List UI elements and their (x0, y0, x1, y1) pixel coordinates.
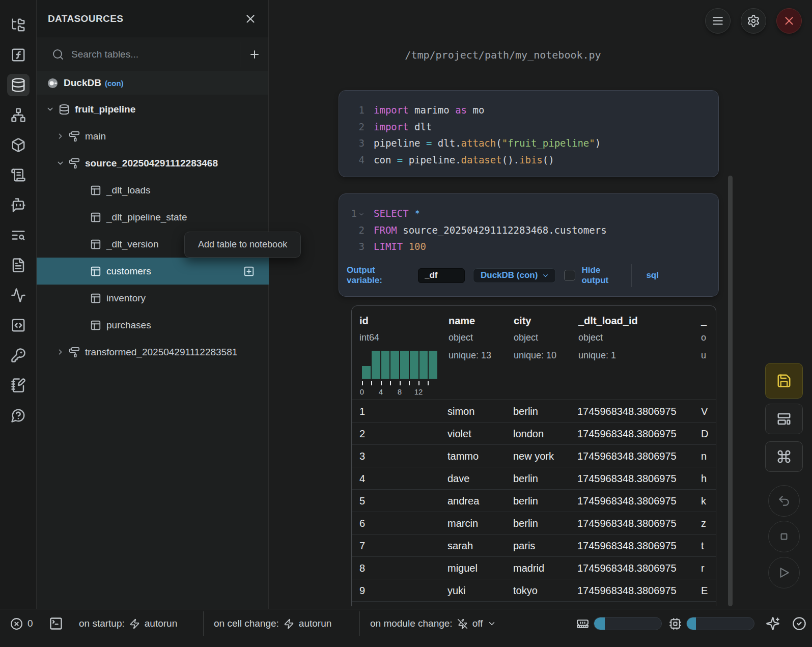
settings-button[interactable] (741, 8, 766, 34)
hamburger-icon (711, 14, 724, 27)
table-row: 6marcinberlin1745968348.3806975z (352, 512, 716, 535)
connection-status-button[interactable] (792, 612, 806, 635)
table-search-row (37, 38, 268, 71)
tree-item-customers[interactable]: customers (37, 258, 269, 285)
tooltip-add-table: Add table to notebook (184, 232, 301, 258)
search-input[interactable] (71, 49, 240, 60)
table-row: 5andreaberlin1745968348.3806975k (352, 490, 716, 512)
rail-file-text-button[interactable] (7, 254, 30, 276)
rail-scroll-text-button[interactable] (7, 164, 30, 186)
stop-icon (777, 530, 791, 543)
tree-item-_dlt_pipeline_state[interactable]: _dlt_pipeline_state (37, 204, 269, 231)
tree-item-fruit_pipeline[interactable]: fruit_pipeline (37, 96, 269, 123)
rail-help-bubble-button[interactable] (7, 404, 30, 427)
notebook-pen-icon (11, 378, 26, 393)
ai-assist-button[interactable] (766, 612, 780, 635)
key-icon (11, 348, 26, 363)
rail-database-button[interactable] (7, 74, 30, 96)
command-palette-button[interactable] (765, 441, 803, 472)
add-datasource-button[interactable] (240, 38, 268, 71)
memory-icon (576, 617, 589, 630)
code-cell-python[interactable]: 1import marimo as mo2import dlt3pipeline… (339, 90, 719, 177)
memory-indicator (576, 612, 589, 635)
on-cell-change-setting[interactable]: on cell change: autorun (214, 612, 331, 635)
panels-icon (776, 411, 792, 427)
datasources-panel: DATASOURCES DuckDB (con) fruit_pipelinem… (37, 0, 269, 609)
rail-key-button[interactable] (7, 344, 30, 367)
engine-value: DuckDB (con) (481, 270, 538, 280)
tree-item-inventory[interactable]: inventory (37, 285, 269, 312)
panel-title: DATASOURCES (48, 13, 123, 24)
tree-item-_dlt_loads[interactable]: _dlt_loads (37, 177, 269, 204)
errors-count: 0 (27, 618, 33, 629)
table-row: 8miguelmadrid1745968348.3806975r (352, 557, 716, 579)
chevron-down-icon (487, 619, 496, 628)
table-icon (90, 212, 101, 223)
rail-notebook-pen-button[interactable] (7, 374, 30, 397)
rail-square-function-button[interactable] (7, 44, 30, 66)
engine-dropdown[interactable]: DuckDB (con) (473, 268, 556, 283)
on-startup-setting[interactable]: on startup: autorun (79, 612, 177, 635)
save-button[interactable] (765, 363, 803, 399)
dataframe-preview: idint64nameobjectunique: 13cityobjectuni… (351, 305, 716, 606)
connection-duckdb[interactable]: DuckDB (con) (37, 71, 268, 95)
id-histogram: 04812 (362, 351, 437, 396)
language-toggle-sql[interactable]: sql (646, 270, 659, 280)
rail-bot-message-button[interactable] (7, 194, 30, 216)
duckdb-logo-icon (47, 77, 59, 89)
shutdown-button[interactable] (776, 8, 802, 34)
status-bar: 0 on startup: autorun on cell change: au… (0, 609, 812, 647)
errors-indicator[interactable]: 0 (10, 612, 33, 635)
add-table-button[interactable] (243, 266, 255, 277)
menu-button[interactable] (705, 8, 731, 34)
vertical-scrollbar[interactable] (728, 176, 733, 606)
tree-item-main[interactable]: main (37, 123, 269, 150)
search-icon (52, 48, 64, 61)
tree-item-purchases[interactable]: purchases (37, 312, 269, 339)
zap-icon (284, 618, 294, 629)
rail-network-button[interactable] (7, 104, 30, 126)
undo-button[interactable] (768, 485, 800, 517)
rail-text-search-button[interactable] (7, 224, 30, 246)
rail-box-button[interactable] (7, 134, 30, 156)
table-row: 4daveberlin1745968348.3806975h (352, 467, 716, 490)
rail-activity-button[interactable] (7, 284, 30, 306)
close-panel-icon[interactable] (244, 12, 257, 25)
memory-meter-fill (594, 617, 605, 630)
text-search-icon (11, 228, 26, 243)
gear-icon (747, 14, 760, 27)
table-row: 1simonberlin1745968348.3806975V (352, 400, 716, 423)
on-cell-change-value: autorun (299, 618, 331, 629)
code-cell-sql[interactable]: 1SELECT *2FROM source_202504291112283468… (339, 193, 719, 297)
command-icon (776, 449, 792, 464)
help-bubble-icon (11, 408, 26, 423)
terminal-button[interactable] (49, 612, 63, 635)
on-module-change-label: on module change: (370, 618, 453, 629)
on-module-change-value: off (472, 618, 483, 629)
panels-button[interactable] (765, 404, 803, 434)
hide-output-label: Hide output (581, 265, 617, 286)
connection-variable: (con) (105, 79, 124, 88)
network-icon (11, 107, 26, 123)
play-icon (777, 566, 791, 579)
tree-item-transformed_202504291112283581[interactable]: transformed_202504291112283581 (37, 339, 269, 365)
rail-square-code-button[interactable] (7, 314, 30, 336)
output-variable-label: Output variable: (347, 265, 395, 286)
table-row: 3tammonew york1745968348.3806975n (352, 445, 716, 467)
connection-name: DuckDB (64, 77, 101, 89)
bot-message-icon (11, 198, 26, 213)
run-button[interactable] (768, 557, 800, 588)
tree-item-source_202504291112283468[interactable]: source_202504291112283468 (37, 150, 269, 177)
stop-button[interactable] (768, 521, 800, 552)
circle-x-icon (10, 617, 23, 630)
memory-meter (594, 617, 662, 630)
chevron-right-icon (56, 132, 65, 140)
on-module-change-setting[interactable]: on module change: off (370, 612, 496, 635)
divider (203, 611, 204, 636)
square-function-icon (11, 47, 26, 63)
divider (631, 264, 632, 287)
plus-icon (248, 48, 261, 61)
hide-output-checkbox[interactable] (564, 270, 575, 281)
rail-folder-tree-button[interactable] (7, 14, 30, 36)
output-variable-input[interactable] (418, 268, 465, 283)
